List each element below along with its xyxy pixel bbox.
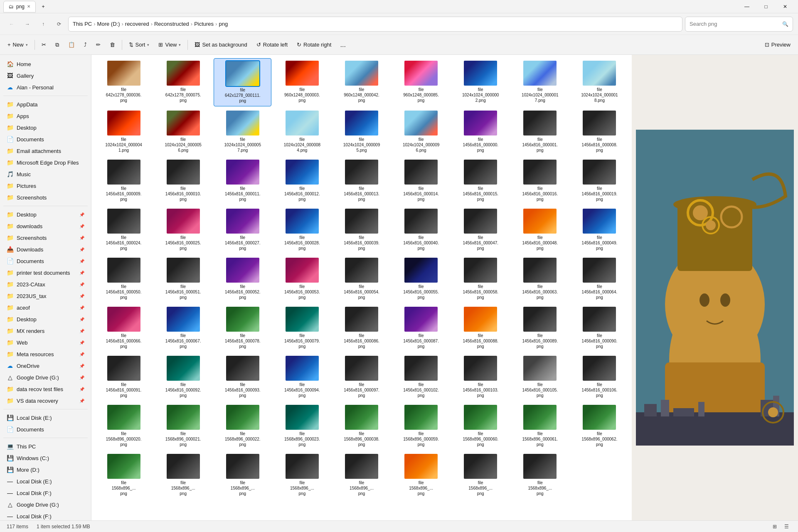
file-item[interactable]: file 1456x816_000055. png [392,255,450,303]
sidebar-pinned-ustax[interactable]: 📁 2023US_tax 📌 [2,290,89,302]
search-bar[interactable]: 🔍 [685,17,793,32]
file-item[interactable]: file 1568x896_... png [95,451,153,499]
sidebar-item-edge-drop[interactable]: 📁 Microsoft Edge Drop Files [2,157,89,168]
file-item[interactable]: file 1456x816_000079. png [273,304,331,352]
grid-view-button[interactable]: ⊞ [770,522,780,532]
file-item[interactable]: file 1456x816_000086. png [332,304,390,352]
file-item[interactable]: file 1456x816_000102. png [392,353,450,401]
file-item[interactable]: file 1456x816_000093. png [214,353,271,401]
sidebar-pinned-downloads2[interactable]: 📥 Downloads 📌 [2,244,89,255]
file-item[interactable]: file 1456x816_000105. png [511,353,569,401]
file-item[interactable]: file 1024x1024_000009 6.png [392,108,450,155]
breadcrumb-pictures[interactable]: Pictures [194,21,214,27]
set-background-button[interactable]: 🖼 Set as background [190,39,251,50]
sidebar-item-apps[interactable]: 📁 Apps [2,110,89,122]
file-item[interactable]: file 1024x1024_000001 8.png [571,58,628,106]
file-item[interactable]: file 1456x816_000053. png [273,255,331,303]
up-button[interactable]: ↑ [37,17,50,31]
file-item[interactable]: file 1024x1024_000005 6.png [154,108,212,155]
file-item[interactable]: file 1568x896_000059. png [392,402,450,450]
rename-button[interactable]: ✏ [92,39,105,50]
file-item[interactable]: file 1456x816_000001. png [511,108,569,155]
file-item[interactable]: file 1456x816_000047. png [452,206,510,254]
sidebar-item-local-e[interactable]: 💾 Local Disk (E:) [2,412,89,424]
share-button[interactable]: ⤴ [80,39,91,50]
breadcrumb-bar[interactable]: This PC › More (D:) › recovered › Recons… [68,17,682,32]
sidebar-item-home[interactable]: 🏠 Home [2,58,89,70]
file-item[interactable]: file 1456x816_000025. png [154,206,212,254]
file-item[interactable]: file 1456x816_000058. png [452,255,510,303]
sidebar-item-local-disk-e[interactable]: — Local Disk (E:) [2,475,89,487]
file-item[interactable]: file 1568x896_000022. png [214,402,271,450]
file-item[interactable]: file 1568x896_000021. png [154,402,212,450]
sidebar-pinned-onedrive[interactable]: ☁ OneDrive 📌 [2,360,89,372]
file-item[interactable]: file 1568x896_... png [392,451,450,499]
file-item[interactable]: file 960x1248_000003. png [273,58,331,106]
sidebar-item-documents[interactable]: 📄 Documents [2,133,89,145]
file-item[interactable]: file 1568x896_... png [214,451,271,499]
file-item[interactable]: file 1568x896_000038. png [332,402,390,450]
file-item[interactable]: file 1568x896_000023. png [273,402,331,450]
sidebar-item-appdata[interactable]: 📁 AppData [2,99,89,110]
breadcrumb-this-pc[interactable]: This PC [73,21,92,27]
file-item[interactable]: file 1456x816_000066. png [95,304,153,352]
sidebar-item-email-attachments[interactable]: 📁 Email attachments [2,145,89,157]
file-item[interactable]: file 1568x896_... png [273,451,331,499]
file-item[interactable]: file 1568x896_... png [332,451,390,499]
file-item[interactable]: file 1456x816_000088. png [452,304,510,352]
sidebar-pinned-desktop2[interactable]: 📁 Desktop 📌 [2,313,89,325]
file-item[interactable]: file 1456x816_000052. png [214,255,271,303]
file-item[interactable]: file 1456x816_000016. png [511,157,569,204]
maximize-button[interactable]: □ [756,0,776,13]
cut-button[interactable]: ✂ [37,39,50,50]
paste-button[interactable]: 📋 [64,39,79,50]
file-item[interactable]: file 1456x816_000019. png [571,157,628,204]
sidebar-pinned-meta[interactable]: 📁 Meta resources 📌 [2,348,89,360]
file-item[interactable]: file 1456x816_000087. png [392,304,450,352]
file-item[interactable]: file 1456x816_000010. png [154,157,212,204]
back-button[interactable]: ← [5,17,18,31]
sidebar-pinned-documents[interactable]: 📄 Documents 📌 [2,255,89,267]
sidebar-pinned-gdrive[interactable]: △ Google Drive (G:) 📌 [2,372,89,383]
file-item[interactable]: file 1024x1024_000008 4.png [273,108,331,155]
file-item[interactable]: file 1568x896_000020. png [95,402,153,450]
sidebar-pinned-catax[interactable]: 📁 2023-CAtax 📌 [2,278,89,290]
sidebar-item-local-disk-f2[interactable]: — Local Disk (F:) [2,510,89,520]
sidebar-item-alan-personal[interactable]: ☁ Alan - Personal [2,81,89,93]
file-item[interactable]: file 1456x816_000015. png [452,157,510,204]
file-item[interactable]: file 1456x816_000103. png [452,353,510,401]
file-item[interactable]: file 642x1278_000036. png [95,58,153,106]
file-item[interactable]: file 1456x816_000054. png [332,255,390,303]
sidebar-pinned-data-recov[interactable]: 📁 data recov test files 📌 [2,383,89,395]
sidebar-pinned-desktop[interactable]: 📁 Desktop 📌 [2,209,89,220]
file-item[interactable]: file 1568x896_... png [511,451,569,499]
file-item[interactable]: file 1024x1024_000009 5.png [332,108,390,155]
file-item[interactable]: file 1568x896_... png [154,451,212,499]
file-item[interactable]: file 1456x816_000097. png [332,353,390,401]
tab-close-button[interactable]: ✕ [27,4,30,9]
file-item[interactable]: file 1456x816_000040. png [392,206,450,254]
view-button[interactable]: ⊞ View ▾ [154,39,185,50]
file-item[interactable]: file 1456x816_000064. png [571,255,628,303]
more-options-button[interactable]: ... [336,38,350,52]
file-item[interactable]: file 1456x816_000024. png [95,206,153,254]
rotate-left-button[interactable]: ↺ Rotate left [252,39,292,50]
breadcrumb-recovered[interactable]: recovered [125,21,149,27]
file-item[interactable]: file 1456x816_000012. png [273,157,331,204]
breadcrumb-more-d[interactable]: More (D:) [97,21,120,27]
sidebar-item-windows-c[interactable]: 💾 Windows (C:) [2,452,89,464]
file-item[interactable]: file 1456x816_000106. png [571,353,628,401]
minimize-button[interactable]: — [737,0,756,13]
sidebar-item-music[interactable]: 🎵 Music [2,168,89,180]
sidebar-item-this-pc[interactable]: 💻 This PC [2,441,89,452]
forward-button[interactable]: → [21,17,34,31]
new-tab-button[interactable]: + [37,1,49,12]
file-item[interactable]: file 1456x816_000051. png [154,255,212,303]
sidebar-pinned-web[interactable]: 📁 Web 📌 [2,337,89,348]
file-item[interactable]: file 960x1248_000085. png [392,58,450,106]
file-item[interactable]: file 960x1248_000042. png [332,58,390,106]
active-tab[interactable]: 🗂 png ✕ [3,1,36,12]
file-item[interactable]: file 1456x816_000094. png [273,353,331,401]
copy-button[interactable]: ⧉ [51,39,63,51]
sidebar-item-documents-e[interactable]: 📄 Documents [2,424,89,435]
